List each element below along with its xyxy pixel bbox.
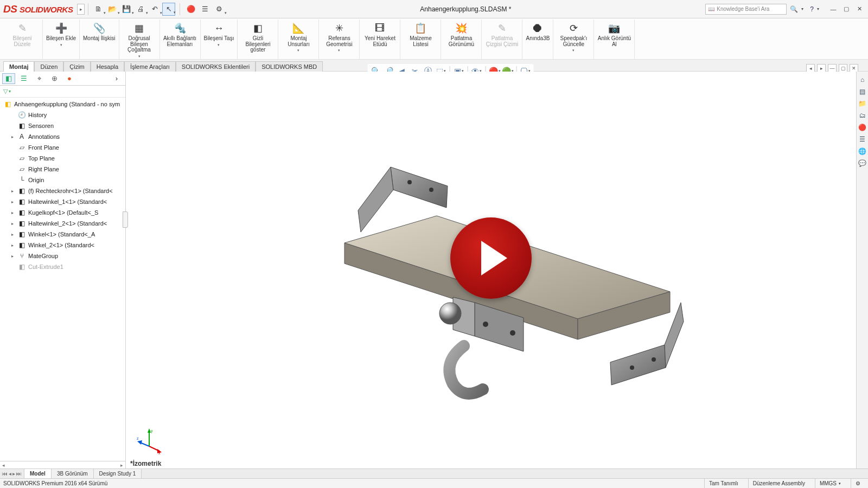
fm-tab-4[interactable]: ● [63, 73, 76, 84]
status-edit-mode[interactable]: Düzenleme Assembly [748, 479, 809, 488]
window-maximize-button[interactable]: ▢ [841, 4, 852, 15]
options-button[interactable]: ⚙ [213, 3, 226, 16]
menu-expander[interactable]: ▸ [77, 4, 85, 15]
cmdtab-i-leme-ara-lar-[interactable]: İşleme Araçları [124, 61, 176, 72]
tree-item[interactable]: ▸⑂MateGroup [0, 251, 125, 261]
tree-item[interactable]: ▸◧Kugelkopf<1> (Default<_S [0, 207, 125, 218]
tree-item[interactable]: ▸◧(f) Rechteckrohr<1> (Standard< [0, 185, 125, 196]
ribbon-icon: ✎ [495, 22, 509, 35]
main-area: ◧☰⌖⊕● › ▽▾ ◧Anhaengerkupplung (Standard … [0, 72, 868, 468]
search-icon[interactable]: 🔍 [790, 5, 798, 13]
cmdtab-montaj[interactable]: Montaj [3, 61, 34, 72]
fm-tab-2[interactable]: ⌖ [33, 73, 46, 84]
status-customize-icon[interactable]: ⚙ [851, 479, 865, 488]
taskpane-custom-props-icon[interactable]: 🌐 [858, 146, 867, 156]
rebuild-button[interactable]: 🔴 [184, 3, 197, 16]
tree-item[interactable]: ▸AAnnotations [0, 131, 125, 142]
ribbon-do-rusal-bile-en-o-altma[interactable]: ▦Doğrusal Bileşen Çoğaltma▾ [120, 21, 158, 59]
search-dd-icon[interactable]: ▾ [801, 7, 803, 11]
cmdtab-solidworks-eklentileri[interactable]: SOLIDWORKS Eklentileri [176, 61, 256, 72]
window-close-button[interactable]: ✕ [854, 4, 865, 15]
ribbon-icon: ▦ [132, 22, 146, 35]
tree-item[interactable]: ▸◧Winkel_2<1> (Standard< [0, 240, 125, 251]
status-units[interactable]: MMGS ▾ [815, 479, 845, 488]
help-button[interactable]: ? [810, 5, 814, 13]
cmdtab--izim[interactable]: Çizim [63, 61, 91, 72]
ribbon-label: Patlatma Çizgisi Çizimi [485, 36, 519, 47]
tree-item[interactable]: ▸◧Haltewinkel_1<1> (Standard< [0, 196, 125, 207]
knowledge-search-input[interactable]: 📖 Knowledge Base'i Ara [705, 4, 787, 15]
tab-nav-controls[interactable]: ⏮◂▸⏭ [0, 469, 24, 478]
ribbon-patlatma-g-r-n-m-[interactable]: 💥Patlatma Görünümü [442, 21, 480, 48]
print-button[interactable]: 🖨 [134, 3, 147, 16]
help-dd-icon[interactable]: ▾ [817, 7, 819, 11]
select-tool-button[interactable]: ↖ [162, 3, 175, 16]
open-doc-button[interactable]: 📂 [106, 3, 119, 16]
svg-text:x: x [158, 451, 161, 454]
ribbon-bile-en-ekle[interactable]: ➕Bileşen Ekle▾ [44, 21, 78, 48]
taskpane-resources-icon[interactable]: ▤ [858, 87, 867, 97]
ribbon-yeni-hareket-et-d-[interactable]: 🎞Yeni Hareket Etüdü [361, 21, 399, 48]
ribbon-icon: ⯃ [531, 22, 545, 35]
tree-root[interactable]: ◧Anhaengerkupplung (Standard - no sym [0, 99, 125, 110]
bottom-tab-3b-g-r-n-m[interactable]: 3B Görünüm [52, 469, 94, 478]
new-doc-button[interactable]: 🗎 [92, 3, 105, 16]
bottom-tab-design-study-1[interactable]: Design Study 1 [94, 469, 142, 478]
tree-item[interactable]: ▸◧Haltewinkel_2<1> (Standard< [0, 218, 125, 229]
tree-item[interactable]: ▱Front Plane [0, 142, 125, 153]
taskpane-view-palette-icon[interactable]: 🔴 [858, 123, 867, 132]
tree-item[interactable]: ◧Cut-Extrude1 [0, 261, 125, 272]
tree-item[interactable]: ▱Top Plane [0, 153, 125, 164]
window-minimize-button[interactable]: — [828, 4, 839, 15]
cmdtab-solidworks-mbd[interactable]: SOLIDWORKS MBD [256, 61, 323, 72]
cmdtab-hesapla[interactable]: Hesapla [91, 61, 124, 72]
ribbon-referans-geometrisi[interactable]: ✳Referans Geometrisi▾ [320, 21, 358, 53]
tree-item[interactable]: ▱Right Plane [0, 164, 125, 175]
fm-tab-0[interactable]: ◧ [2, 73, 15, 84]
taskpane-home-icon[interactable]: ⌂ [858, 75, 867, 85]
ribbon-speedpak-g-ncelle[interactable]: ⟳Speedpak'ı Güncelle▾ [554, 21, 592, 53]
ribbon-icon: 📷 [607, 22, 621, 35]
quick-access-toolbar: 🗎 📂 💾 🖨 ↶ ↖ 🔴 ☰ ⚙ [92, 3, 226, 16]
feature-manager-tabs: ◧☰⌖⊕● › [0, 72, 125, 86]
svg-point-5 [407, 180, 412, 184]
cmdtab-d-zen[interactable]: Düzen [34, 61, 63, 72]
ribbon-ak-ll-ba-lant-elemanlar-[interactable]: 🔩Akıllı Bağlantı Elemanları [161, 21, 199, 48]
ribbon-montaj-unsurlar-[interactable]: 📐Montaj Unsurları▾ [279, 21, 317, 53]
fm-tab-3[interactable]: ⊕ [48, 73, 61, 84]
ribbon-malzeme-listesi[interactable]: 📋Malzeme Listesi [401, 21, 439, 48]
ribbon-gizli-bile-enleri-g-ster[interactable]: ◧Gizli Bileşenleri göster [239, 21, 277, 54]
ribbon-montaj-i-li-kisi[interactable]: 📎Montaj İlişkisi [81, 21, 117, 43]
taskpane-design-lib-icon[interactable]: 📁 [858, 99, 867, 108]
taskpane-forum-icon[interactable]: 💬 [858, 158, 867, 168]
status-version: SOLIDWORKS Premium 2016 x64 Sürümü [3, 480, 107, 486]
tree-display-button[interactable]: ☰ [199, 3, 212, 16]
tree-item[interactable]: ◧Sensoren [0, 120, 125, 131]
ribbon-bile-eni-ta-[interactable]: ↔Bileşeni Taşı▾ [202, 21, 237, 48]
filter-bar[interactable]: ▽▾ [0, 86, 125, 98]
play-overlay-button[interactable] [450, 217, 532, 299]
taskpane-appearances-icon[interactable]: ☰ [858, 134, 867, 144]
undo-button[interactable]: ↶ [148, 3, 161, 16]
sidebar-scrollbar[interactable]: ◂▸ [0, 461, 125, 468]
save-button[interactable]: 💾 [120, 3, 133, 16]
ribbon-label: Akıllı Bağlantı Elemanları [163, 36, 197, 47]
ribbon-label: Bileşeni Düzele [5, 36, 39, 47]
ribbon-icon: ↔ [212, 22, 226, 35]
sidebar-resize-handle[interactable] [123, 211, 128, 228]
tree-item[interactable]: ▸◧Winkel<1> (Standard<_A [0, 229, 125, 240]
fm-overflow-button[interactable]: › [110, 73, 123, 84]
ribbon-icon: ➕ [54, 22, 68, 35]
tree-item[interactable]: └Origin [0, 175, 125, 185]
svg-point-14 [510, 330, 515, 336]
search-placeholder: Knowledge Base'i Ara [717, 6, 769, 12]
ribbon-anl-k-g-r-nt-al[interactable]: 📷Anlık Görüntü Al [595, 21, 633, 48]
ribbon-an-nda3b[interactable]: ⯃Anında3B [524, 21, 552, 43]
svg-point-15 [439, 303, 461, 324]
taskpane-file-explorer-icon[interactable]: 🗂 [858, 111, 867, 120]
fm-tab-1[interactable]: ☰ [17, 73, 30, 84]
feature-tree[interactable]: ◧Anhaengerkupplung (Standard - no sym🕘Hi… [0, 98, 125, 461]
graphics-viewport[interactable]: y x z *İzometrik [126, 72, 856, 468]
tree-item[interactable]: 🕘History [0, 110, 125, 120]
bottom-tab-model[interactable]: Model [24, 469, 52, 478]
